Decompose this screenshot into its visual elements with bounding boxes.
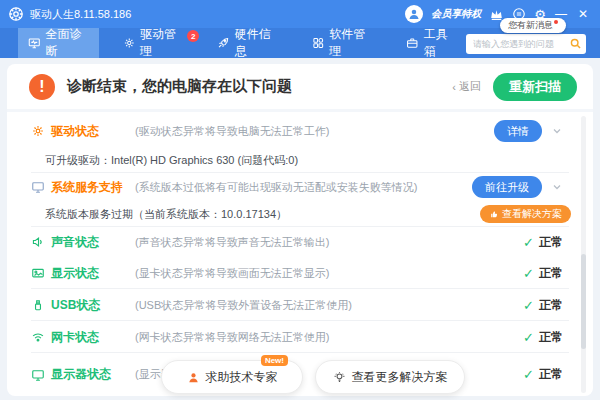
tab-software-management[interactable]: 软件管理	[302, 28, 383, 58]
tab-full-diagnosis[interactable]: 全面诊断	[18, 28, 99, 58]
status-normal: 正常	[539, 297, 563, 314]
row-network-status: 网卡状态 (网卡状态异常将导致网络无法正常使用) ✓ 正常	[7, 321, 593, 353]
chevron-down-icon[interactable]	[551, 181, 563, 193]
row-title: 声音状态	[51, 234, 127, 251]
row-display-status: 显示状态 (显卡状态异常将导致画面无法正常显示) ✓ 正常	[7, 257, 593, 289]
row-usb-status: USB状态 (USB状态异常将导致外置设备无法正常使用) ✓ 正常	[7, 289, 593, 321]
row-title: 网卡状态	[51, 329, 127, 346]
software-grid-icon	[312, 36, 325, 50]
row-description: (声音状态异常将导致声音无法正常输出)	[135, 235, 523, 250]
wifi-icon	[31, 330, 45, 344]
status-normal: 正常	[539, 265, 563, 282]
row-title: 显示器状态	[51, 366, 127, 383]
check-icon: ✓	[523, 266, 534, 281]
status-normal: 正常	[539, 366, 563, 383]
app-title: 驱动人生8.11.58.186	[30, 7, 131, 22]
footer-actions: 求助技术专家 New! 查看更多解决方案	[161, 360, 465, 394]
tab-hardware-info[interactable]: 硬件信息	[207, 28, 288, 58]
system-detail-text: 系统版本服务过期（当前系统版本：10.0.17134）	[45, 207, 287, 222]
alert-icon: !	[29, 74, 55, 100]
driver-detail-row: 可升级驱动：Intel(R) HD Graphics 630 (问题代码:0)	[7, 147, 593, 173]
solution-bulb-icon	[333, 371, 346, 384]
row-title: USB状态	[51, 297, 127, 314]
update-count-badge: 2	[187, 30, 199, 42]
row-description: (网卡状态异常将导致网络无法正常使用)	[135, 330, 523, 345]
thumb-up-icon	[489, 209, 499, 219]
check-icon: ✓	[523, 235, 534, 250]
system-detail-row: 系统版本服务过期（当前系统版本：10.0.17134） 查看解决方案	[7, 201, 593, 227]
back-chevron-icon: ‹	[452, 81, 456, 93]
search-box	[466, 33, 586, 54]
new-badge: New!	[261, 355, 288, 366]
search-input[interactable]	[466, 34, 586, 54]
monitor-icon	[31, 368, 45, 382]
close-button[interactable]: ✕	[576, 7, 590, 21]
check-icon: ✓	[523, 298, 534, 313]
tab-label: 硬件信息	[235, 26, 278, 60]
avatar[interactable]	[405, 5, 423, 23]
more-solutions-button[interactable]: 查看更多解决方案	[315, 360, 465, 394]
tab-label: 工具箱	[424, 26, 456, 60]
monitor-icon	[31, 180, 45, 194]
gear-icon	[123, 36, 136, 50]
row-sound-status: 声音状态 (声音状态异常将导致声音无法正常输出) ✓ 正常	[7, 227, 593, 257]
upgrade-button[interactable]: 前往升级	[472, 176, 542, 198]
notification-dot	[554, 20, 558, 24]
app-logo-icon	[8, 6, 24, 22]
row-system-service[interactable]: 系统服务支持 (系统版本过低将有可能出现驱动无适配或安装失败等情况) 前往升级	[7, 173, 593, 201]
new-message-tooltip: 您有新消息	[500, 18, 566, 33]
toolbox-icon	[406, 36, 419, 50]
search-icon[interactable]	[569, 36, 582, 54]
view-solution-button[interactable]: 查看解决方案	[480, 205, 571, 223]
check-icon: ✓	[523, 367, 534, 382]
tab-label: 驱动管理	[140, 26, 183, 60]
status-normal: 正常	[539, 329, 563, 346]
row-description: (显卡状态异常将导致画面无法正常显示)	[135, 266, 523, 281]
member-privilege-link[interactable]: 会员享特权	[431, 7, 481, 21]
tab-label: 全面诊断	[46, 26, 89, 60]
diagnosis-card: ! 诊断结束，您的电脑存在以下问题 ‹ 返回 重新扫描 驱动状态 (驱动状态异常…	[7, 64, 593, 396]
speaker-icon	[31, 235, 45, 249]
status-normal: 正常	[539, 234, 563, 251]
row-description: (USB状态异常将导致外置设备无法正常使用)	[135, 298, 523, 313]
rescan-button[interactable]: 重新扫描	[493, 73, 577, 101]
row-description: (驱动状态异常将导致电脑无法正常工作)	[135, 124, 494, 139]
row-title: 显示状态	[51, 265, 127, 282]
check-icon: ✓	[523, 330, 534, 345]
driver-detail-text: 可升级驱动：Intel(R) HD Graphics 630 (问题代码:0)	[45, 153, 298, 168]
chevron-down-icon[interactable]	[551, 125, 563, 137]
row-description: (系统版本过低将有可能出现驱动无适配或安装失败等情况)	[135, 180, 472, 195]
row-title: 驱动状态	[51, 123, 127, 140]
details-button[interactable]: 详情	[494, 120, 542, 142]
expert-person-icon	[187, 371, 200, 384]
monitor-pulse-icon	[28, 36, 41, 50]
row-driver-status[interactable]: 驱动状态 (驱动状态异常将导致电脑无法正常工作) 详情	[7, 115, 593, 147]
tooltip-text: 您有新消息	[508, 19, 553, 32]
usb-icon	[31, 298, 45, 312]
display-card-icon	[31, 266, 45, 280]
diagnosis-list: 驱动状态 (驱动状态异常将导致电脑无法正常工作) 详情 可升级驱动：Intel(…	[7, 115, 593, 396]
tab-label: 软件管理	[329, 26, 372, 60]
result-header: ! 诊断结束，您的电脑存在以下问题 ‹ 返回 重新扫描	[7, 64, 593, 112]
result-title: 诊断结束，您的电脑存在以下问题	[67, 77, 292, 96]
ask-expert-button[interactable]: 求助技术专家 New!	[161, 360, 303, 394]
tab-toolbox[interactable]: 工具箱	[396, 28, 466, 58]
scrollbar-thumb[interactable]	[581, 254, 586, 349]
gear-icon	[31, 124, 45, 138]
tab-driver-management[interactable]: 驱动管理 2	[113, 28, 194, 58]
app-window: 驱动人生8.11.58.186 会员享特权 ⚙	[0, 0, 600, 400]
rocket-icon	[217, 36, 230, 50]
row-title: 系统服务支持	[51, 179, 127, 196]
back-link[interactable]: ‹ 返回	[452, 79, 481, 94]
